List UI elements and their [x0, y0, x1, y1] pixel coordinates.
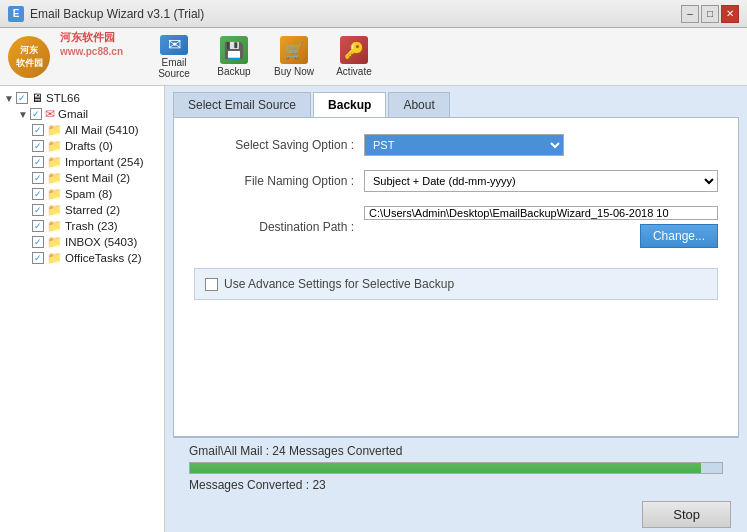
officetasks-checkbox[interactable]: ✓: [32, 252, 44, 264]
destination-input[interactable]: [364, 206, 718, 220]
tree-item-starred[interactable]: ✓ 📁 Starred (2): [0, 202, 164, 218]
progress-bar-container: [189, 462, 723, 474]
inbox-label: INBOX (5403): [65, 236, 137, 248]
bottom-status: Gmail\All Mail : 24 Messages Converted M…: [173, 437, 739, 496]
drafts-icon: 📁: [47, 139, 62, 153]
gmail-expander[interactable]: ▼: [18, 109, 28, 119]
maximize-button[interactable]: □: [701, 5, 719, 23]
inbox-icon: 📁: [47, 235, 62, 249]
tree-item-spam[interactable]: ✓ 📁 Spam (8): [0, 186, 164, 202]
saving-option-select[interactable]: PST EML MSG MBOX: [364, 134, 564, 156]
tree-item-trash[interactable]: ✓ 📁 Trash (23): [0, 218, 164, 234]
tree-item-inbox[interactable]: ✓ 📁 INBOX (5403): [0, 234, 164, 250]
watermark-text: 河东软件园 www.pc88.cn: [60, 30, 123, 57]
starred-checkbox[interactable]: ✓: [32, 204, 44, 216]
sentmail-icon: 📁: [47, 171, 62, 185]
toolbar: 河东软件园 河东软件园 www.pc88.cn ✉ Email Source 💾…: [0, 28, 747, 86]
tabs: Select Email Source Backup About: [165, 86, 747, 117]
tree-item-important[interactable]: ✓ 📁 Important (254): [0, 154, 164, 170]
starred-label: Starred (2): [65, 204, 120, 216]
close-button[interactable]: ✕: [721, 5, 739, 23]
important-label: Important (254): [65, 156, 144, 168]
trash-icon: 📁: [47, 219, 62, 233]
trash-checkbox[interactable]: ✓: [32, 220, 44, 232]
stop-button[interactable]: Stop: [642, 501, 731, 528]
progress-bar-fill: [190, 463, 701, 473]
content-area: Select Saving Option : PST EML MSG MBOX …: [173, 117, 739, 437]
titlebar: E Email Backup Wizard v3.1 (Trial) – □ ✕: [0, 0, 747, 28]
tree-item-drafts[interactable]: ✓ 📁 Drafts (0): [0, 138, 164, 154]
main-layout: ▼ ✓ 🖥 STL66 ▼ ✓ ✉ Gmail ✓ 📁 All Mail (54…: [0, 86, 747, 532]
minimize-button[interactable]: –: [681, 5, 699, 23]
toolbar-activate[interactable]: 🔑 Activate: [326, 32, 382, 82]
messages-text: Messages Converted : 23: [189, 478, 723, 492]
sentmail-label: Sent Mail (2): [65, 172, 130, 184]
backup-icon: 💾: [220, 36, 248, 64]
inbox-checkbox[interactable]: ✓: [32, 236, 44, 248]
gmail-icon: ✉: [45, 107, 55, 121]
tree-item-stl66[interactable]: ▼ ✓ 🖥 STL66: [0, 90, 164, 106]
left-panel: ▼ ✓ 🖥 STL66 ▼ ✓ ✉ Gmail ✓ 📁 All Mail (54…: [0, 86, 165, 532]
stl66-checkbox[interactable]: ✓: [16, 92, 28, 104]
important-icon: 📁: [47, 155, 62, 169]
activate-label: Activate: [336, 66, 372, 77]
drafts-label: Drafts (0): [65, 140, 113, 152]
allmail-icon: 📁: [47, 123, 62, 137]
officetasks-label: OfficeTasks (2): [65, 252, 141, 264]
advance-label: Use Advance Settings for Selective Backu…: [224, 277, 454, 291]
email-source-icon: ✉: [160, 35, 188, 55]
officetasks-icon: 📁: [47, 251, 62, 265]
tree-item-gmail[interactable]: ▼ ✓ ✉ Gmail: [0, 106, 164, 122]
file-naming-select[interactable]: Subject + Date (dd-mm-yyyy) Date + Subje…: [364, 170, 718, 192]
tab-about[interactable]: About: [388, 92, 449, 117]
tree-item-allmail[interactable]: ✓ 📁 All Mail (5410): [0, 122, 164, 138]
change-button[interactable]: Change...: [640, 224, 718, 248]
buy-now-icon: 🛒: [280, 36, 308, 64]
spam-label: Spam (8): [65, 188, 112, 200]
gmail-label: Gmail: [58, 108, 88, 120]
buy-now-label: Buy Now: [274, 66, 314, 77]
email-source-label: Email Source: [149, 57, 199, 79]
advance-settings-section: Use Advance Settings for Selective Backu…: [194, 268, 718, 300]
backup-label: Backup: [217, 66, 250, 77]
important-checkbox[interactable]: ✓: [32, 156, 44, 168]
app-icon: E: [8, 6, 24, 22]
bottom-bar: Stop: [165, 496, 747, 532]
spam-checkbox[interactable]: ✓: [32, 188, 44, 200]
file-naming-wrap: Subject + Date (dd-mm-yyyy) Date + Subje…: [364, 170, 718, 192]
allmail-checkbox[interactable]: ✓: [32, 124, 44, 136]
gmail-checkbox[interactable]: ✓: [30, 108, 42, 120]
tab-backup[interactable]: Backup: [313, 92, 386, 117]
destination-wrap: Change...: [364, 206, 718, 248]
saving-option-label: Select Saving Option :: [194, 138, 364, 152]
tree-item-officetasks[interactable]: ✓ 📁 OfficeTasks (2): [0, 250, 164, 266]
window-title: Email Backup Wizard v3.1 (Trial): [30, 7, 204, 21]
activate-icon: 🔑: [340, 36, 368, 64]
file-naming-row: File Naming Option : Subject + Date (dd-…: [194, 170, 718, 192]
drafts-checkbox[interactable]: ✓: [32, 140, 44, 152]
toolbar-buy-now[interactable]: 🛒 Buy Now: [266, 32, 322, 82]
stl66-expander[interactable]: ▼: [4, 93, 14, 103]
starred-icon: 📁: [47, 203, 62, 217]
destination-row: Destination Path : Change...: [194, 206, 718, 248]
destination-label: Destination Path :: [194, 220, 364, 234]
conversion-text: Gmail\All Mail : 24 Messages Converted: [189, 444, 723, 458]
stl66-label: STL66: [46, 92, 80, 104]
toolbar-backup[interactable]: 💾 Backup: [206, 32, 262, 82]
right-panel: Select Email Source Backup About Select …: [165, 86, 747, 532]
trash-label: Trash (23): [65, 220, 118, 232]
toolbar-email-source[interactable]: ✉ Email Source: [146, 32, 202, 82]
tab-select-email-source[interactable]: Select Email Source: [173, 92, 311, 117]
window-controls: – □ ✕: [681, 5, 739, 23]
brand-logo: 河东软件园: [8, 36, 50, 78]
sentmail-checkbox[interactable]: ✓: [32, 172, 44, 184]
allmail-label: All Mail (5410): [65, 124, 139, 136]
tree-item-sentmail[interactable]: ✓ 📁 Sent Mail (2): [0, 170, 164, 186]
file-naming-label: File Naming Option :: [194, 174, 364, 188]
spam-icon: 📁: [47, 187, 62, 201]
advance-checkbox[interactable]: [205, 278, 218, 291]
stl66-folder-icon: 🖥: [31, 91, 43, 105]
saving-option-wrap: PST EML MSG MBOX: [364, 134, 718, 156]
saving-option-row: Select Saving Option : PST EML MSG MBOX: [194, 134, 718, 156]
